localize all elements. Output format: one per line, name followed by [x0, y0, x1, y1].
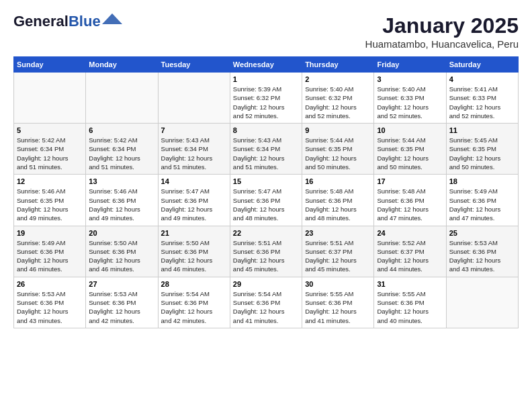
weekday-header-thursday: Thursday [302, 57, 374, 73]
page-header: GeneralBlue January 2025 Huamatambo, Hua… [13, 13, 519, 50]
day-number: 13 [89, 177, 154, 185]
day-info: Sunrise: 5:44 AM Sunset: 6:35 PM Dayligh… [377, 136, 443, 171]
calendar-cell: 17Sunrise: 5:48 AM Sunset: 6:36 PM Dayli… [374, 175, 446, 226]
calendar-cell: 5Sunrise: 5:42 AM Sunset: 6:34 PM Daylig… [14, 124, 86, 175]
day-number: 29 [233, 280, 299, 288]
svg-marker-0 [102, 13, 122, 24]
day-info: Sunrise: 5:51 AM Sunset: 6:37 PM Dayligh… [305, 238, 371, 274]
week-row-4: 19Sunrise: 5:49 AM Sunset: 6:36 PM Dayli… [14, 226, 519, 277]
day-number: 26 [17, 280, 83, 288]
day-number: 5 [17, 126, 83, 134]
calendar-cell: 10Sunrise: 5:44 AM Sunset: 6:35 PM Dayli… [374, 124, 446, 175]
day-number: 14 [161, 177, 227, 185]
month-title: January 2025 [365, 13, 519, 38]
calendar-cell: 31Sunrise: 5:55 AM Sunset: 6:36 PM Dayli… [374, 277, 446, 328]
calendar-cell: 12Sunrise: 5:46 AM Sunset: 6:35 PM Dayli… [14, 175, 86, 226]
calendar-cell: 24Sunrise: 5:52 AM Sunset: 6:37 PM Dayli… [374, 226, 446, 277]
day-info: Sunrise: 5:40 AM Sunset: 6:32 PM Dayligh… [305, 85, 371, 120]
calendar-cell: 16Sunrise: 5:48 AM Sunset: 6:36 PM Dayli… [302, 175, 374, 226]
day-number: 11 [449, 126, 515, 134]
calendar-cell: 6Sunrise: 5:42 AM Sunset: 6:34 PM Daylig… [86, 124, 158, 175]
calendar-cell [14, 73, 86, 124]
calendar-cell: 7Sunrise: 5:43 AM Sunset: 6:34 PM Daylig… [158, 124, 230, 175]
title-block: January 2025 Huamatambo, Huancavelica, P… [365, 13, 519, 50]
day-info: Sunrise: 5:55 AM Sunset: 6:36 PM Dayligh… [377, 289, 443, 325]
day-number: 2 [305, 75, 371, 83]
calendar-cell: 15Sunrise: 5:47 AM Sunset: 6:36 PM Dayli… [230, 175, 302, 226]
calendar-cell: 25Sunrise: 5:53 AM Sunset: 6:36 PM Dayli… [446, 226, 518, 277]
calendar-cell: 11Sunrise: 5:45 AM Sunset: 6:35 PM Dayli… [446, 124, 518, 175]
calendar-table: SundayMondayTuesdayWednesdayThursdayFrid… [13, 56, 519, 328]
day-number: 17 [377, 177, 443, 185]
calendar-cell: 9Sunrise: 5:44 AM Sunset: 6:35 PM Daylig… [302, 124, 374, 175]
day-number: 22 [233, 229, 299, 237]
weekday-header-sunday: Sunday [14, 57, 86, 73]
day-number: 30 [305, 280, 371, 288]
day-info: Sunrise: 5:45 AM Sunset: 6:35 PM Dayligh… [449, 136, 515, 171]
calendar-cell: 18Sunrise: 5:49 AM Sunset: 6:36 PM Dayli… [446, 175, 518, 226]
day-info: Sunrise: 5:42 AM Sunset: 6:34 PM Dayligh… [89, 136, 154, 171]
calendar-cell: 2Sunrise: 5:40 AM Sunset: 6:32 PM Daylig… [302, 73, 374, 124]
day-info: Sunrise: 5:53 AM Sunset: 6:36 PM Dayligh… [89, 289, 154, 325]
day-info: Sunrise: 5:46 AM Sunset: 6:35 PM Dayligh… [17, 187, 83, 222]
calendar-cell: 1Sunrise: 5:39 AM Sunset: 6:32 PM Daylig… [230, 73, 302, 124]
week-row-5: 26Sunrise: 5:53 AM Sunset: 6:36 PM Dayli… [14, 277, 519, 328]
calendar-cell: 30Sunrise: 5:55 AM Sunset: 6:36 PM Dayli… [302, 277, 374, 328]
calendar-cell: 4Sunrise: 5:41 AM Sunset: 6:33 PM Daylig… [446, 73, 518, 124]
calendar-cell: 8Sunrise: 5:43 AM Sunset: 6:34 PM Daylig… [230, 124, 302, 175]
day-number: 16 [305, 177, 371, 185]
day-info: Sunrise: 5:46 AM Sunset: 6:36 PM Dayligh… [89, 187, 154, 222]
day-info: Sunrise: 5:54 AM Sunset: 6:36 PM Dayligh… [161, 289, 227, 325]
calendar-cell: 14Sunrise: 5:47 AM Sunset: 6:36 PM Dayli… [158, 175, 230, 226]
day-number: 4 [449, 75, 515, 83]
calendar-cell [158, 73, 230, 124]
day-info: Sunrise: 5:43 AM Sunset: 6:34 PM Dayligh… [233, 136, 299, 171]
day-number: 10 [377, 126, 443, 134]
day-number: 28 [161, 280, 227, 288]
day-number: 20 [89, 229, 154, 237]
day-info: Sunrise: 5:53 AM Sunset: 6:36 PM Dayligh… [17, 289, 83, 325]
weekday-header-tuesday: Tuesday [158, 57, 230, 73]
calendar-cell: 23Sunrise: 5:51 AM Sunset: 6:37 PM Dayli… [302, 226, 374, 277]
day-info: Sunrise: 5:41 AM Sunset: 6:33 PM Dayligh… [449, 85, 515, 120]
day-info: Sunrise: 5:42 AM Sunset: 6:34 PM Dayligh… [17, 136, 83, 171]
weekday-header-wednesday: Wednesday [230, 57, 302, 73]
location: Huamatambo, Huancavelica, Peru [365, 38, 519, 50]
day-info: Sunrise: 5:48 AM Sunset: 6:36 PM Dayligh… [305, 187, 371, 222]
day-info: Sunrise: 5:54 AM Sunset: 6:36 PM Dayligh… [233, 289, 299, 325]
logo-icon [102, 12, 122, 26]
calendar-cell [86, 73, 158, 124]
calendar-cell: 22Sunrise: 5:51 AM Sunset: 6:36 PM Dayli… [230, 226, 302, 277]
day-number: 7 [161, 126, 227, 134]
day-info: Sunrise: 5:40 AM Sunset: 6:33 PM Dayligh… [377, 85, 443, 120]
calendar-cell: 28Sunrise: 5:54 AM Sunset: 6:36 PM Dayli… [158, 277, 230, 328]
calendar-cell: 21Sunrise: 5:50 AM Sunset: 6:36 PM Dayli… [158, 226, 230, 277]
day-info: Sunrise: 5:48 AM Sunset: 6:36 PM Dayligh… [377, 187, 443, 222]
day-info: Sunrise: 5:39 AM Sunset: 6:32 PM Dayligh… [233, 85, 299, 120]
calendar-cell: 19Sunrise: 5:49 AM Sunset: 6:36 PM Dayli… [14, 226, 86, 277]
day-number: 19 [17, 229, 83, 237]
day-number: 24 [377, 229, 443, 237]
calendar-cell: 29Sunrise: 5:54 AM Sunset: 6:36 PM Dayli… [230, 277, 302, 328]
calendar-cell [446, 277, 518, 328]
day-info: Sunrise: 5:50 AM Sunset: 6:36 PM Dayligh… [161, 238, 227, 274]
weekday-header-friday: Friday [374, 57, 446, 73]
day-info: Sunrise: 5:44 AM Sunset: 6:35 PM Dayligh… [305, 136, 371, 171]
day-info: Sunrise: 5:47 AM Sunset: 6:36 PM Dayligh… [233, 187, 299, 222]
day-info: Sunrise: 5:55 AM Sunset: 6:36 PM Dayligh… [305, 289, 371, 325]
logo: GeneralBlue [13, 13, 122, 30]
day-info: Sunrise: 5:49 AM Sunset: 6:36 PM Dayligh… [17, 238, 83, 274]
day-number: 21 [161, 229, 227, 237]
day-info: Sunrise: 5:49 AM Sunset: 6:36 PM Dayligh… [449, 187, 515, 222]
day-number: 25 [449, 229, 515, 237]
weekday-header-monday: Monday [86, 57, 158, 73]
day-number: 23 [305, 229, 371, 237]
day-number: 27 [89, 280, 154, 288]
day-number: 9 [305, 126, 371, 134]
day-number: 18 [449, 177, 515, 185]
day-number: 12 [17, 177, 83, 185]
day-info: Sunrise: 5:51 AM Sunset: 6:36 PM Dayligh… [233, 238, 299, 274]
week-row-3: 12Sunrise: 5:46 AM Sunset: 6:35 PM Dayli… [14, 175, 519, 226]
calendar-cell: 20Sunrise: 5:50 AM Sunset: 6:36 PM Dayli… [86, 226, 158, 277]
day-info: Sunrise: 5:47 AM Sunset: 6:36 PM Dayligh… [161, 187, 227, 222]
